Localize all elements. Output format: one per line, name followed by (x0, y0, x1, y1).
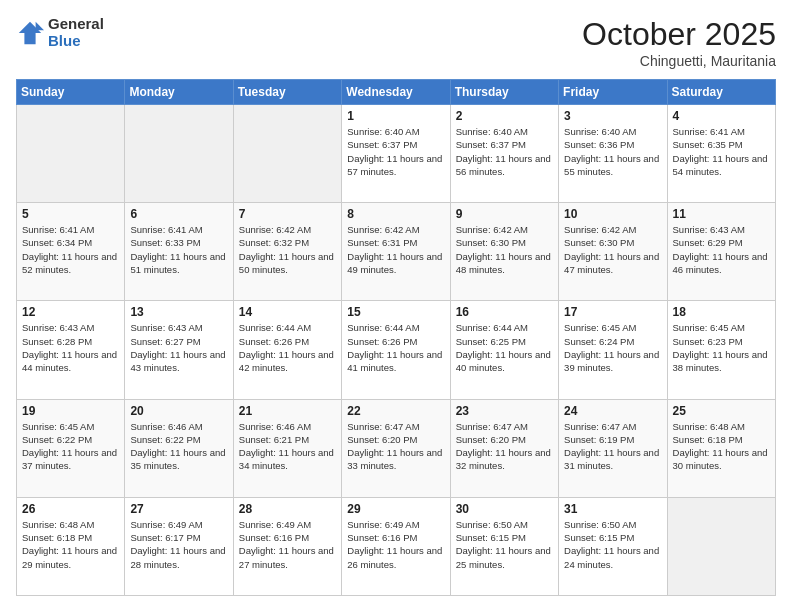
calendar-cell: 9Sunrise: 6:42 AMSunset: 6:30 PMDaylight… (450, 203, 558, 301)
location: Chinguetti, Mauritania (582, 53, 776, 69)
day-info: Sunrise: 6:48 AMSunset: 6:18 PMDaylight:… (22, 518, 119, 571)
day-info: Sunrise: 6:41 AMSunset: 6:33 PMDaylight:… (130, 223, 227, 276)
calendar-cell (667, 497, 775, 595)
day-header-thursday: Thursday (450, 80, 558, 105)
calendar-cell: 24Sunrise: 6:47 AMSunset: 6:19 PMDayligh… (559, 399, 667, 497)
day-info: Sunrise: 6:47 AMSunset: 6:20 PMDaylight:… (456, 420, 553, 473)
day-info: Sunrise: 6:42 AMSunset: 6:30 PMDaylight:… (564, 223, 661, 276)
calendar-table: SundayMondayTuesdayWednesdayThursdayFrid… (16, 79, 776, 596)
day-info: Sunrise: 6:48 AMSunset: 6:18 PMDaylight:… (673, 420, 770, 473)
header: General Blue October 2025 Chinguetti, Ma… (16, 16, 776, 69)
calendar-week-2: 5Sunrise: 6:41 AMSunset: 6:34 PMDaylight… (17, 203, 776, 301)
day-info: Sunrise: 6:42 AMSunset: 6:32 PMDaylight:… (239, 223, 336, 276)
page: General Blue October 2025 Chinguetti, Ma… (0, 0, 792, 612)
day-number: 4 (673, 109, 770, 123)
day-info: Sunrise: 6:43 AMSunset: 6:28 PMDaylight:… (22, 321, 119, 374)
day-info: Sunrise: 6:40 AMSunset: 6:36 PMDaylight:… (564, 125, 661, 178)
calendar-cell: 7Sunrise: 6:42 AMSunset: 6:32 PMDaylight… (233, 203, 341, 301)
day-header-tuesday: Tuesday (233, 80, 341, 105)
day-number: 18 (673, 305, 770, 319)
calendar-cell: 8Sunrise: 6:42 AMSunset: 6:31 PMDaylight… (342, 203, 450, 301)
logo-text: General Blue (48, 16, 104, 49)
day-number: 26 (22, 502, 119, 516)
calendar-cell: 6Sunrise: 6:41 AMSunset: 6:33 PMDaylight… (125, 203, 233, 301)
day-number: 15 (347, 305, 444, 319)
day-number: 1 (347, 109, 444, 123)
day-info: Sunrise: 6:49 AMSunset: 6:17 PMDaylight:… (130, 518, 227, 571)
day-header-saturday: Saturday (667, 80, 775, 105)
day-info: Sunrise: 6:45 AMSunset: 6:22 PMDaylight:… (22, 420, 119, 473)
day-header-wednesday: Wednesday (342, 80, 450, 105)
calendar-cell: 3Sunrise: 6:40 AMSunset: 6:36 PMDaylight… (559, 105, 667, 203)
day-number: 11 (673, 207, 770, 221)
day-number: 12 (22, 305, 119, 319)
calendar-week-1: 1Sunrise: 6:40 AMSunset: 6:37 PMDaylight… (17, 105, 776, 203)
day-info: Sunrise: 6:40 AMSunset: 6:37 PMDaylight:… (347, 125, 444, 178)
calendar-cell: 20Sunrise: 6:46 AMSunset: 6:22 PMDayligh… (125, 399, 233, 497)
day-number: 5 (22, 207, 119, 221)
day-info: Sunrise: 6:46 AMSunset: 6:21 PMDaylight:… (239, 420, 336, 473)
calendar-cell (17, 105, 125, 203)
day-info: Sunrise: 6:47 AMSunset: 6:20 PMDaylight:… (347, 420, 444, 473)
calendar-cell: 25Sunrise: 6:48 AMSunset: 6:18 PMDayligh… (667, 399, 775, 497)
title-block: October 2025 Chinguetti, Mauritania (582, 16, 776, 69)
day-number: 21 (239, 404, 336, 418)
calendar-cell: 27Sunrise: 6:49 AMSunset: 6:17 PMDayligh… (125, 497, 233, 595)
calendar-cell: 22Sunrise: 6:47 AMSunset: 6:20 PMDayligh… (342, 399, 450, 497)
calendar-cell: 15Sunrise: 6:44 AMSunset: 6:26 PMDayligh… (342, 301, 450, 399)
month-title: October 2025 (582, 16, 776, 53)
day-info: Sunrise: 6:41 AMSunset: 6:34 PMDaylight:… (22, 223, 119, 276)
day-number: 16 (456, 305, 553, 319)
calendar-cell: 31Sunrise: 6:50 AMSunset: 6:15 PMDayligh… (559, 497, 667, 595)
day-number: 3 (564, 109, 661, 123)
calendar-cell: 16Sunrise: 6:44 AMSunset: 6:25 PMDayligh… (450, 301, 558, 399)
day-number: 27 (130, 502, 227, 516)
logo-icon (16, 19, 44, 47)
day-number: 2 (456, 109, 553, 123)
calendar-week-4: 19Sunrise: 6:45 AMSunset: 6:22 PMDayligh… (17, 399, 776, 497)
day-info: Sunrise: 6:40 AMSunset: 6:37 PMDaylight:… (456, 125, 553, 178)
day-info: Sunrise: 6:44 AMSunset: 6:26 PMDaylight:… (239, 321, 336, 374)
day-number: 20 (130, 404, 227, 418)
calendar-cell: 19Sunrise: 6:45 AMSunset: 6:22 PMDayligh… (17, 399, 125, 497)
day-number: 10 (564, 207, 661, 221)
calendar-cell (125, 105, 233, 203)
day-number: 24 (564, 404, 661, 418)
calendar-cell: 14Sunrise: 6:44 AMSunset: 6:26 PMDayligh… (233, 301, 341, 399)
day-info: Sunrise: 6:50 AMSunset: 6:15 PMDaylight:… (564, 518, 661, 571)
day-number: 30 (456, 502, 553, 516)
calendar-cell: 28Sunrise: 6:49 AMSunset: 6:16 PMDayligh… (233, 497, 341, 595)
calendar-cell: 5Sunrise: 6:41 AMSunset: 6:34 PMDaylight… (17, 203, 125, 301)
day-info: Sunrise: 6:45 AMSunset: 6:23 PMDaylight:… (673, 321, 770, 374)
day-number: 22 (347, 404, 444, 418)
calendar-week-5: 26Sunrise: 6:48 AMSunset: 6:18 PMDayligh… (17, 497, 776, 595)
logo-general-text: General (48, 16, 104, 33)
day-number: 31 (564, 502, 661, 516)
calendar-cell: 1Sunrise: 6:40 AMSunset: 6:37 PMDaylight… (342, 105, 450, 203)
calendar-cell: 13Sunrise: 6:43 AMSunset: 6:27 PMDayligh… (125, 301, 233, 399)
calendar-cell (233, 105, 341, 203)
day-number: 25 (673, 404, 770, 418)
calendar-week-3: 12Sunrise: 6:43 AMSunset: 6:28 PMDayligh… (17, 301, 776, 399)
svg-marker-1 (36, 21, 44, 29)
day-number: 9 (456, 207, 553, 221)
day-info: Sunrise: 6:42 AMSunset: 6:31 PMDaylight:… (347, 223, 444, 276)
day-number: 6 (130, 207, 227, 221)
day-header-friday: Friday (559, 80, 667, 105)
day-number: 7 (239, 207, 336, 221)
day-number: 14 (239, 305, 336, 319)
day-number: 19 (22, 404, 119, 418)
day-info: Sunrise: 6:43 AMSunset: 6:27 PMDaylight:… (130, 321, 227, 374)
day-info: Sunrise: 6:42 AMSunset: 6:30 PMDaylight:… (456, 223, 553, 276)
day-number: 29 (347, 502, 444, 516)
day-info: Sunrise: 6:49 AMSunset: 6:16 PMDaylight:… (239, 518, 336, 571)
day-info: Sunrise: 6:50 AMSunset: 6:15 PMDaylight:… (456, 518, 553, 571)
day-number: 28 (239, 502, 336, 516)
calendar-cell: 23Sunrise: 6:47 AMSunset: 6:20 PMDayligh… (450, 399, 558, 497)
calendar-cell: 2Sunrise: 6:40 AMSunset: 6:37 PMDaylight… (450, 105, 558, 203)
day-header-monday: Monday (125, 80, 233, 105)
calendar-cell: 29Sunrise: 6:49 AMSunset: 6:16 PMDayligh… (342, 497, 450, 595)
calendar-cell: 10Sunrise: 6:42 AMSunset: 6:30 PMDayligh… (559, 203, 667, 301)
day-number: 17 (564, 305, 661, 319)
calendar-cell: 17Sunrise: 6:45 AMSunset: 6:24 PMDayligh… (559, 301, 667, 399)
